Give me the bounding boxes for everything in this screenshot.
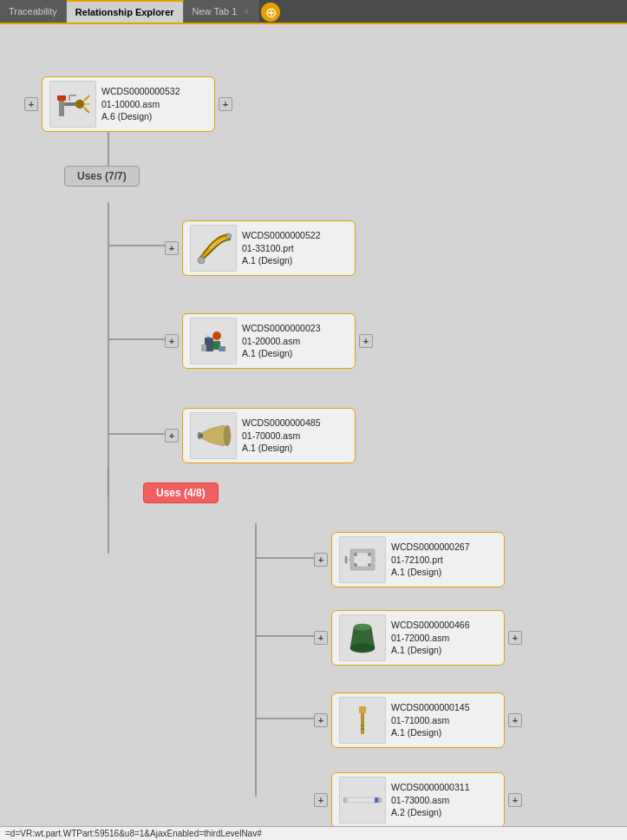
tab-new-tab[interactable]: New Tab 1 × bbox=[184, 0, 259, 23]
gc4-line2: 01-73000.asm bbox=[391, 794, 469, 807]
root-line1: WCDS0000000532 bbox=[101, 85, 180, 98]
tab-relationship-explorer[interactable]: Relationship Explorer bbox=[67, 0, 184, 23]
child2-card[interactable]: WCDS0000000023 01-20000.asm A.1 (Design) bbox=[182, 313, 356, 369]
gc4-line1: WCDS0000000311 bbox=[391, 781, 469, 794]
tree-container: + WCDS bbox=[9, 33, 598, 797]
child1-line2: 01-33100.prt bbox=[242, 242, 320, 255]
svg-line-16 bbox=[84, 108, 89, 113]
child1-card[interactable]: WCDS0000000522 01-33100.prt A.1 (Design) bbox=[182, 220, 356, 276]
uses-label-2-wrapper: Uses (4/8) bbox=[143, 482, 219, 503]
child2-expand-right[interactable]: + bbox=[359, 334, 373, 348]
gc4-expand-left[interactable]: + bbox=[314, 793, 328, 807]
child2-expand-left[interactable]: + bbox=[165, 334, 179, 348]
gc1-expand-left[interactable]: + bbox=[314, 553, 328, 567]
uses-label-1-wrapper: Uses (7/7) bbox=[64, 166, 140, 187]
svg-line-14 bbox=[84, 95, 89, 101]
grandchild1-card[interactable]: WCDS0000000267 01-72100.prt A.1 (Design) bbox=[331, 532, 505, 587]
root-thumbnail bbox=[49, 81, 96, 128]
gc3-thumb bbox=[339, 697, 386, 744]
child1-thumb bbox=[190, 225, 237, 272]
grandchild4-wrapper: + WCDS0000000311 01-73000.asm bbox=[314, 772, 522, 828]
child3-line2: 01-70000.asm bbox=[242, 430, 320, 443]
gc3-expand-left[interactable]: + bbox=[314, 713, 328, 727]
gc1-line2: 01-72100.prt bbox=[391, 554, 469, 567]
grandchild3-card[interactable]: WCDS0000000145 01-71000.asm A.1 (Design) bbox=[331, 692, 505, 748]
child3-info: WCDS0000000485 01-70000.asm A.1 (Design) bbox=[242, 417, 320, 455]
gc2-line2: 01-72000.asm bbox=[391, 632, 469, 645]
child3-thumb-svg bbox=[193, 415, 234, 456]
status-text: =d=VR:wt.part.WTPart:59516&u8=1&AjaxEnab… bbox=[5, 829, 262, 838]
tab-bar: Traceability Relationship Explorer New T… bbox=[0, 0, 627, 24]
svg-rect-48 bbox=[349, 798, 376, 802]
gc1-thumb bbox=[339, 536, 386, 583]
uses-label-2[interactable]: Uses (4/8) bbox=[143, 482, 219, 503]
svg-point-13 bbox=[75, 100, 84, 108]
root-expand-right[interactable]: + bbox=[219, 97, 232, 111]
svg-point-25 bbox=[212, 331, 221, 340]
svg-rect-39 bbox=[359, 624, 366, 627]
svg-rect-11 bbox=[59, 99, 64, 116]
child3-card[interactable]: WCDS0000000485 01-70000.asm A.1 (Design) bbox=[182, 408, 356, 463]
gc3-line2: 01-71000.asm bbox=[391, 714, 469, 727]
tab-close-icon[interactable]: × bbox=[244, 7, 249, 16]
svg-point-28 bbox=[224, 425, 231, 446]
svg-point-46 bbox=[343, 797, 347, 803]
svg-rect-27 bbox=[219, 346, 225, 351]
root-expand-left[interactable]: + bbox=[24, 97, 38, 111]
child3-expand-left[interactable]: + bbox=[165, 429, 179, 443]
root-node-wrapper: + WCDS bbox=[24, 76, 232, 132]
gc2-expand-right[interactable]: + bbox=[508, 631, 522, 645]
tab-traceability[interactable]: Traceability bbox=[0, 0, 67, 23]
svg-rect-24 bbox=[201, 345, 206, 351]
gc2-line3: A.1 (Design) bbox=[391, 644, 469, 657]
svg-rect-49 bbox=[375, 797, 378, 803]
uses-label-1[interactable]: Uses (7/7) bbox=[64, 166, 140, 187]
gc2-info: WCDS0000000466 01-72000.asm A.1 (Design) bbox=[391, 619, 469, 657]
gc4-expand-right[interactable]: + bbox=[508, 793, 522, 807]
gc3-expand-right[interactable]: + bbox=[508, 713, 522, 727]
gc2-thumb-svg bbox=[342, 617, 383, 659]
svg-rect-17 bbox=[57, 95, 66, 101]
svg-point-33 bbox=[354, 553, 357, 556]
child3-thumb bbox=[190, 412, 237, 459]
gc2-line1: WCDS0000000466 bbox=[391, 619, 469, 632]
tab-add-button[interactable]: ⊕ bbox=[261, 3, 280, 22]
gc4-thumb-svg bbox=[342, 779, 383, 821]
gc3-thumb-svg bbox=[342, 699, 383, 741]
child1-wrapper: + WCDS0000000522 01-33100.prt bbox=[165, 220, 356, 276]
child2-info: WCDS0000000023 01-20000.asm A.1 (Design) bbox=[242, 322, 320, 360]
grandchild4-card[interactable]: WCDS0000000311 01-73000.asm A.2 (Design) bbox=[331, 772, 505, 828]
svg-point-38 bbox=[350, 644, 375, 653]
gc1-thumb-svg bbox=[342, 539, 383, 581]
grandchild2-wrapper: + WCDS0000000466 01-72000.asm A.1 (Desig… bbox=[314, 610, 522, 666]
uses-label-2-text: Uses (4/8) bbox=[156, 487, 206, 499]
tab-relationship-explorer-label: Relationship Explorer bbox=[75, 7, 174, 17]
gc1-info: WCDS0000000267 01-72100.prt A.1 (Design) bbox=[391, 541, 469, 579]
root-node-info: WCDS0000000532 01-10000.asm A.6 (Design) bbox=[101, 85, 180, 123]
root-node-card[interactable]: WCDS0000000532 01-10000.asm A.6 (Design) bbox=[42, 76, 215, 132]
child3-wrapper: + WCDS0000000485 01-70000.asm A.1 (Desig… bbox=[165, 408, 356, 463]
gc4-thumb bbox=[339, 777, 386, 824]
svg-point-35 bbox=[354, 563, 357, 567]
gc2-expand-left[interactable]: + bbox=[314, 631, 328, 645]
grandchild1-wrapper: + WCDS0000000267 01- bbox=[314, 532, 505, 587]
child2-line1: WCDS0000000023 bbox=[242, 322, 320, 335]
grandchild2-card[interactable]: WCDS0000000466 01-72000.asm A.1 (Design) bbox=[331, 610, 505, 666]
svg-point-36 bbox=[368, 563, 371, 567]
child1-expand-left[interactable]: + bbox=[165, 241, 179, 255]
uses-label-1-text: Uses (7/7) bbox=[77, 170, 127, 182]
gc3-line3: A.1 (Design) bbox=[391, 726, 469, 739]
child1-info: WCDS0000000522 01-33100.prt A.1 (Design) bbox=[242, 229, 320, 267]
child1-thumb-svg bbox=[193, 227, 234, 269]
tab-add-icon: ⊕ bbox=[265, 4, 277, 21]
child2-line2: 01-20000.asm bbox=[242, 335, 320, 348]
root-line2: 01-10000.asm bbox=[101, 98, 180, 111]
status-bar: =d=VR:wt.part.WTPart:59516&u8=1&AjaxEnab… bbox=[0, 826, 627, 840]
gc1-line1: WCDS0000000267 bbox=[391, 541, 469, 554]
child2-thumb-svg bbox=[193, 320, 234, 362]
child2-line3: A.1 (Design) bbox=[242, 347, 320, 360]
gc2-thumb bbox=[339, 614, 386, 661]
child3-line3: A.1 (Design) bbox=[242, 442, 320, 455]
svg-rect-30 bbox=[199, 434, 203, 437]
grandchild3-wrapper: + WCDS0000000145 01-71000.asm bbox=[314, 692, 522, 748]
